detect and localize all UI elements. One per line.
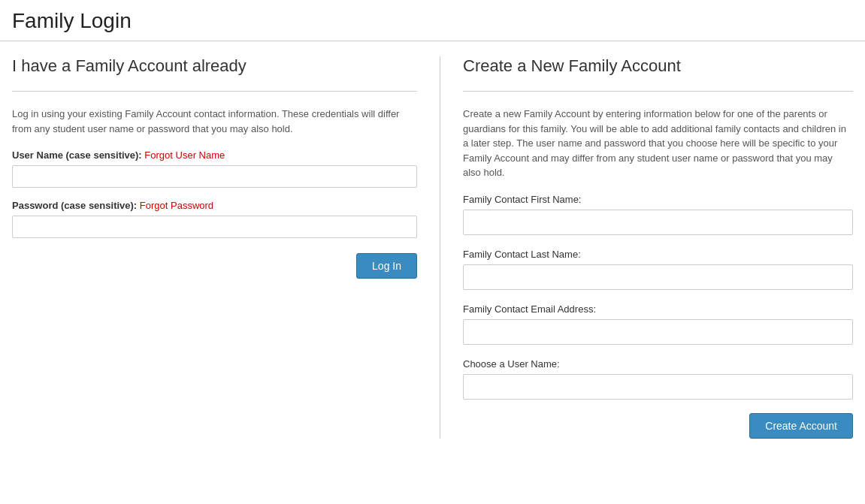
login-row: Log In — [12, 253, 417, 279]
right-panel: Create a New Family Account Create a new… — [440, 56, 853, 439]
forgot-password-link[interactable]: Forgot Password — [140, 200, 213, 211]
page-title: Family Login — [12, 9, 853, 33]
email-field-group: Family Contact Email Address: — [463, 303, 853, 345]
choose-username-input[interactable] — [463, 374, 853, 400]
choose-username-field-group: Choose a User Name: — [463, 358, 853, 400]
right-section-title: Create a New Family Account — [463, 56, 853, 76]
forgot-username-link[interactable]: Forgot User Name — [144, 149, 225, 161]
page-header: Family Login — [0, 0, 865, 41]
first-name-input[interactable] — [463, 210, 853, 235]
username-field-group: User Name (case sensitive): Forgot User … — [12, 149, 417, 188]
left-section-title: I have a Family Account already — [12, 56, 417, 76]
left-description: Log in using your existing Family Accoun… — [12, 107, 417, 136]
last-name-field-group: Family Contact Last Name: — [463, 249, 853, 290]
create-account-button[interactable]: Create Account — [749, 413, 853, 439]
left-divider — [12, 91, 417, 92]
email-input[interactable] — [463, 319, 853, 345]
login-button[interactable]: Log In — [356, 253, 417, 279]
create-account-row: Create Account — [463, 413, 853, 439]
first-name-label: Family Contact First Name: — [463, 194, 853, 205]
last-name-input[interactable] — [463, 264, 853, 290]
password-input[interactable] — [12, 216, 417, 238]
last-name-label: Family Contact Last Name: — [463, 249, 853, 260]
right-divider — [463, 91, 853, 92]
right-description: Create a new Family Account by entering … — [463, 107, 853, 180]
first-name-field-group: Family Contact First Name: — [463, 194, 853, 235]
main-content: I have a Family Account already Log in u… — [0, 41, 865, 454]
email-label: Family Contact Email Address: — [463, 303, 853, 315]
password-label: Password (case sensitive): Forgot Passwo… — [12, 200, 417, 211]
left-panel: I have a Family Account already Log in u… — [12, 56, 440, 439]
choose-username-label: Choose a User Name: — [463, 358, 853, 370]
password-field-group: Password (case sensitive): Forgot Passwo… — [12, 200, 417, 238]
username-input[interactable] — [12, 165, 417, 188]
username-label: User Name (case sensitive): Forgot User … — [12, 149, 417, 161]
